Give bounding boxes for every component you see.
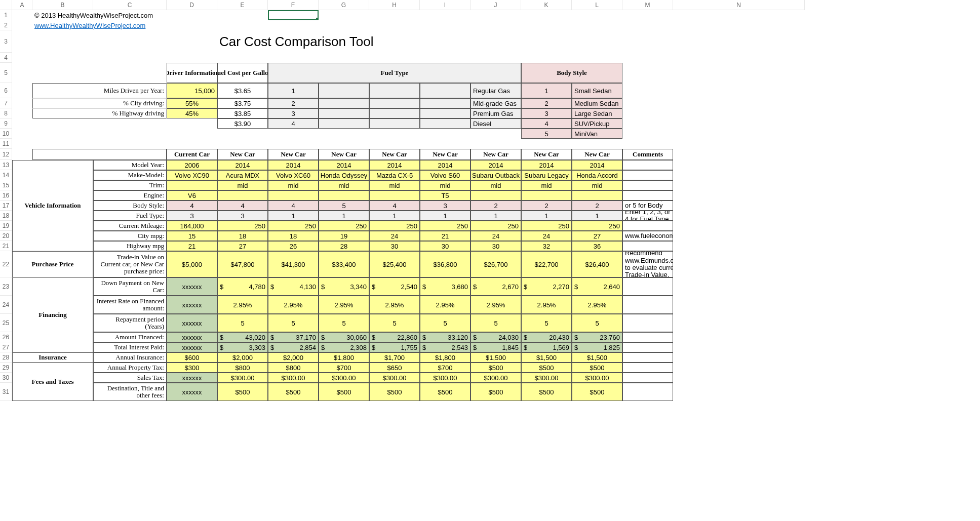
salesTax-val-4[interactable]: $300.00 (369, 373, 420, 383)
row-header-16[interactable]: 16 (0, 190, 12, 201)
row-header-29[interactable]: 29 (0, 363, 12, 373)
modelYear-val-2[interactable]: 2014 (268, 160, 319, 170)
mileage-val-2[interactable]: 250 (268, 221, 319, 231)
salesTax-val-3[interactable]: $300.00 (319, 373, 369, 383)
fuelType-val-6[interactable]: 1 (471, 211, 521, 221)
makeModel-val-2[interactable]: Volvo XC60 (268, 170, 319, 180)
row-header-13[interactable]: 13 (0, 160, 12, 170)
makeModel-val-7[interactable]: Subaru Legacy (521, 170, 572, 180)
row-header-14[interactable]: 14 (0, 170, 12, 180)
salesTax-val-7[interactable]: $300.00 (521, 373, 572, 383)
makeModel-val-4[interactable]: Mazda CX-5 (369, 170, 420, 180)
interest-val-1[interactable]: $3,303 (217, 342, 268, 352)
interest-val-3[interactable]: $2,308 (319, 342, 369, 352)
fuelType-val-1[interactable]: 3 (217, 211, 268, 221)
city-value[interactable]: 55% (167, 98, 217, 108)
period-val-1[interactable]: 5 (217, 314, 268, 332)
rate-val-2[interactable]: 2.95% (268, 296, 319, 314)
row-header-25[interactable]: 25 (0, 314, 12, 332)
propTax-val-5[interactable]: $700 (420, 363, 471, 373)
engine-val-4[interactable] (369, 190, 420, 201)
interest-val-4[interactable]: $1,755 (369, 342, 420, 352)
propTax-val-1[interactable]: $800 (217, 363, 268, 373)
propTax-val-7[interactable]: $500 (521, 363, 572, 373)
period-val-4[interactable]: 5 (369, 314, 420, 332)
tradeIn-val-5[interactable]: $36,800 (420, 251, 471, 277)
row-header-17[interactable]: 17 (0, 201, 12, 211)
cityMpg-val-8[interactable]: 27 (572, 231, 622, 241)
interest-val-8[interactable]: $1,825 (572, 342, 622, 352)
financed-val-2[interactable]: $37,170 (268, 332, 319, 342)
col-header-E[interactable]: E (217, 0, 268, 10)
period-val-8[interactable]: 5 (572, 314, 622, 332)
insurance-val-4[interactable]: $1,700 (369, 352, 420, 363)
engine-val-6[interactable] (471, 190, 521, 201)
fuelType-val-8[interactable]: 1 (572, 211, 622, 221)
row-header-23[interactable]: 23 (0, 277, 12, 296)
rate-val-3[interactable]: 2.95% (319, 296, 369, 314)
selected-cell[interactable] (268, 10, 319, 20)
row-header-24[interactable]: 24 (0, 296, 12, 314)
rate-val-0[interactable]: xxxxxx (167, 296, 217, 314)
hwy-value[interactable]: 45% (167, 108, 217, 118)
col-header-K[interactable]: K (521, 0, 572, 10)
row-header-11[interactable]: 11 (0, 139, 12, 149)
trim-val-6[interactable]: mid (471, 180, 521, 190)
period-val-2[interactable]: 5 (268, 314, 319, 332)
propTax-val-8[interactable]: $500 (572, 363, 622, 373)
bodyStyle-val-7[interactable]: 2 (521, 201, 572, 211)
row-header-18[interactable]: 18 (0, 211, 12, 221)
makeModel-val-5[interactable]: Volvo S60 (420, 170, 471, 180)
rate-val-4[interactable]: 2.95% (369, 296, 420, 314)
cityMpg-val-2[interactable]: 18 (268, 231, 319, 241)
col-header-I[interactable]: I (420, 0, 471, 10)
cityMpg-val-1[interactable]: 18 (217, 231, 268, 241)
propTax-val-0[interactable]: $300 (167, 363, 217, 373)
modelYear-val-0[interactable]: 2006 (167, 160, 217, 170)
insurance-val-6[interactable]: $1,500 (471, 352, 521, 363)
bodyStyle-val-4[interactable]: 4 (369, 201, 420, 211)
engine-val-3[interactable] (319, 190, 369, 201)
destFees-val-7[interactable]: $500 (521, 383, 572, 401)
makeModel-val-6[interactable]: Subaru Outback (471, 170, 521, 180)
rate-val-5[interactable]: 2.95% (420, 296, 471, 314)
hwyMpg-val-2[interactable]: 26 (268, 241, 319, 251)
hwyMpg-val-5[interactable]: 30 (420, 241, 471, 251)
bodyStyle-val-5[interactable]: 3 (420, 201, 471, 211)
tradeIn-val-1[interactable]: $47,800 (217, 251, 268, 277)
rate-val-6[interactable]: 2.95% (471, 296, 521, 314)
trim-val-3[interactable]: mid (319, 180, 369, 190)
engine-val-7[interactable] (521, 190, 572, 201)
fuelType-val-4[interactable]: 1 (369, 211, 420, 221)
hwyMpg-val-1[interactable]: 27 (217, 241, 268, 251)
insurance-val-0[interactable]: $600 (167, 352, 217, 363)
downPay-val-5[interactable]: $3,680 (420, 277, 471, 296)
downPay-val-7[interactable]: $2,270 (521, 277, 572, 296)
destFees-val-1[interactable]: $500 (217, 383, 268, 401)
downPay-val-4[interactable]: $2,540 (369, 277, 420, 296)
financed-val-8[interactable]: $23,760 (572, 332, 622, 342)
col-header-D[interactable]: D (167, 0, 217, 10)
propTax-val-6[interactable]: $500 (471, 363, 521, 373)
tradeIn-val-8[interactable]: $26,400 (572, 251, 622, 277)
interest-val-5[interactable]: $2,543 (420, 342, 471, 352)
insurance-val-5[interactable]: $1,800 (420, 352, 471, 363)
downPay-val-0[interactable]: xxxxxx (167, 277, 217, 296)
row-header-3[interactable]: 3 (0, 30, 12, 53)
modelYear-val-3[interactable]: 2014 (319, 160, 369, 170)
propTax-val-4[interactable]: $650 (369, 363, 420, 373)
engine-val-5[interactable]: T5 (420, 190, 471, 201)
propTax-val-3[interactable]: $700 (319, 363, 369, 373)
col-header-F[interactable]: F (268, 0, 319, 10)
hwyMpg-val-0[interactable]: 21 (167, 241, 217, 251)
bodyStyle-val-1[interactable]: 4 (217, 201, 268, 211)
tradeIn-val-3[interactable]: $33,400 (319, 251, 369, 277)
tradeIn-val-2[interactable]: $41,300 (268, 251, 319, 277)
downPay-val-2[interactable]: $4,130 (268, 277, 319, 296)
bodyStyle-val-0[interactable]: 4 (167, 201, 217, 211)
destFees-val-8[interactable]: $500 (572, 383, 622, 401)
destFees-val-0[interactable]: xxxxxx (167, 383, 217, 401)
row-header-2[interactable]: 2 (0, 20, 12, 30)
makeModel-val-3[interactable]: Honda Odyssey (319, 170, 369, 180)
cityMpg-val-5[interactable]: 21 (420, 231, 471, 241)
